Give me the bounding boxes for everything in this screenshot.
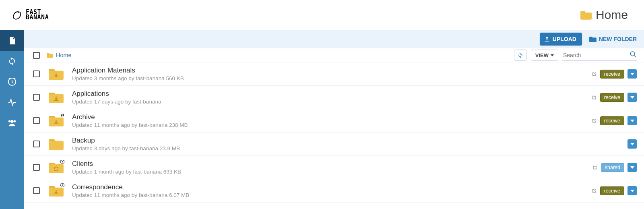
users-icon [8,118,17,127]
upload-button[interactable]: UPLOAD [540,33,582,46]
row-actions [627,139,637,149]
row-actions: receive [591,186,637,195]
row-menu-button[interactable] [627,139,637,149]
folder-icon-cell[interactable] [45,114,66,127]
open-external-icon[interactable] [591,188,597,194]
file-meta: Updated 11 months ago by fast-banana 238… [72,122,591,128]
chevron-down-icon [551,54,554,56]
chevron-down-icon [630,73,634,75]
row-checkbox[interactable] [33,94,40,101]
status-badge[interactable]: receive [600,70,624,79]
select-all-checkbox[interactable] [33,52,40,59]
file-row[interactable]: Application Materials Updated 3 months a… [24,62,644,86]
sidebar-item-activity[interactable] [0,92,24,112]
view-label: VIEW [535,52,549,58]
chevron-down-icon [630,190,634,192]
row-actions: receive [591,116,637,125]
row-menu-button[interactable] [627,186,637,195]
status-badge[interactable]: receive [600,186,624,195]
sidebar-item-users[interactable] [0,112,24,133]
name-cell: Applications Updated 17 days ago by fast… [72,90,591,105]
name-cell: Clients Updated 1 month ago by fast-bana… [72,160,592,175]
chevron-down-icon [630,96,634,99]
search-input[interactable] [562,50,637,61]
folder-icon-cell[interactable] [45,68,66,80]
file-name[interactable]: Clients [72,160,592,168]
row-checkbox[interactable] [33,117,40,124]
folder-icon-cell[interactable] [45,138,66,150]
row-checkbox[interactable] [33,70,40,77]
file-row[interactable]: Archive Updated 11 months ago by fast-ba… [24,109,644,132]
file-name[interactable]: Correspondence [72,183,591,191]
chevron-down-icon [630,166,634,169]
file-name[interactable]: Archive [72,113,591,121]
new-folder-button[interactable]: NEW FOLDER [589,36,637,42]
folder-icon [580,10,592,20]
file-row[interactable]: Backup Updated 3 days ago by fast-banana… [24,132,644,156]
file-meta: Updated 17 days ago by fast-banana [72,99,591,105]
status-badge[interactable]: shared [601,163,624,172]
name-cell: Correspondence Updated 11 months ago by … [72,183,591,198]
row-menu-button[interactable] [627,69,637,79]
sync-icon [8,57,17,66]
folder-icon-cell[interactable] [45,161,66,174]
sidebar [0,30,24,209]
sidebar-item-scheduled[interactable] [0,71,24,92]
page-title-text: Home [596,8,628,22]
folder-icon-cell[interactable] [45,184,66,197]
row-actions: receive [591,69,637,79]
upload-icon [544,36,550,42]
status-badge[interactable]: receive [600,93,624,102]
file-meta: Updated 11 months ago by fast-banana 6.0… [72,192,591,198]
row-checkbox[interactable] [33,141,40,147]
row-actions: shared [592,163,637,172]
chevron-down-icon [630,143,634,145]
file-meta: Updated 1 month ago by fast-banana 633 K… [72,169,592,175]
status-badge[interactable]: receive [600,116,624,125]
row-checkbox[interactable] [33,187,40,194]
open-external-icon[interactable] [591,95,597,100]
brand-text-line2: BANANA [26,15,49,21]
file-name[interactable]: Applications [72,90,591,98]
row-menu-button[interactable] [627,163,637,172]
file-meta: Updated 3 months ago by fast-banana 560 … [72,75,591,81]
breadcrumb: Home [47,52,72,58]
new-folder-icon [589,36,597,42]
document-icon [8,36,17,45]
file-name[interactable]: Application Materials [72,66,591,74]
open-external-icon[interactable] [591,71,597,77]
row-menu-button[interactable] [627,93,637,102]
open-external-icon[interactable] [592,165,598,170]
brand-logo: FAST BANANA [11,9,49,21]
file-row[interactable]: Clients Updated 1 month ago by fast-bana… [24,156,644,179]
new-folder-label: NEW FOLDER [599,36,637,42]
controls-row: Home VIEW [24,48,644,62]
breadcrumb-home[interactable]: Home [56,52,72,58]
search-icon[interactable] [630,51,637,58]
name-cell: Backup Updated 3 days ago by fast-banana… [72,137,627,151]
open-external-icon[interactable] [591,118,597,124]
file-row[interactable]: Correspondence Updated 11 months ago by … [24,179,644,203]
file-list: Application Materials Updated 3 months a… [24,62,644,203]
view-dropdown[interactable]: VIEW [531,50,558,61]
toolbar: UPLOAD NEW FOLDER [24,30,644,48]
clock-icon [8,77,17,86]
chevron-down-icon [630,120,634,122]
file-name[interactable]: Backup [72,137,627,145]
row-actions: receive [591,93,637,102]
refresh-icon [517,52,524,58]
row-menu-button[interactable] [627,116,637,125]
header: FAST BANANA Home [0,0,644,30]
main-content: UPLOAD NEW FOLDER Home VIEW [24,30,644,209]
sidebar-item-files[interactable] [0,30,24,51]
file-row[interactable]: Applications Updated 17 days ago by fast… [24,86,644,109]
refresh-button[interactable] [514,50,527,61]
upload-label: UPLOAD [553,36,576,42]
row-checkbox[interactable] [33,164,40,171]
controls-right: VIEW [514,50,637,61]
name-cell: Application Materials Updated 3 months a… [72,66,591,81]
name-cell: Archive Updated 11 months ago by fast-ba… [72,113,591,128]
folder-icon-cell[interactable] [45,91,66,103]
search-wrapper [562,50,637,61]
sidebar-item-sync[interactable] [0,51,24,71]
